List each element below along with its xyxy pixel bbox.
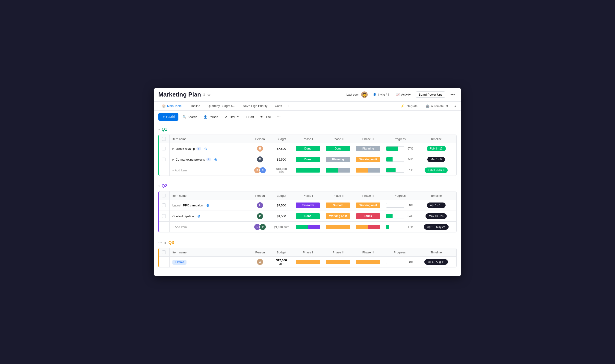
toolbar: ＋ + Add 🔍 Search 👤 Person ⚗ Filter ▼ ↕ S… (154, 111, 461, 123)
q1-r1-phase1-badge[interactable]: Done (296, 146, 320, 151)
q2-sum-phase2-bar (326, 225, 350, 229)
q2-r1-checkbox[interactable] (162, 203, 166, 207)
q3-sum-phase2-bar (326, 260, 350, 264)
group-q2-collapse-button[interactable]: ▾ (158, 184, 160, 188)
add-tab-button[interactable]: + (286, 102, 292, 110)
search-icon: 🔍 (183, 115, 186, 119)
sort-icon: ↕ (245, 115, 247, 119)
q1-add-item-label[interactable]: + Add Item (173, 169, 187, 172)
board-powerups-button[interactable]: Board Power-Ups (416, 91, 445, 98)
q2-add-item-label[interactable]: + Add Item (173, 225, 187, 229)
q1-r2-phase1-badge[interactable]: Done (296, 157, 320, 162)
person-icon: 👤 (373, 93, 376, 96)
q1-sum-phase1-bar (296, 168, 320, 172)
q1-r1-progress-pct: 67% (406, 147, 413, 150)
q3-sum-timeline: Jul 6 - Aug 11 (416, 257, 456, 267)
star-icon[interactable]: ☆ (207, 92, 211, 97)
q1-summary-progress: 51% (386, 168, 413, 172)
tab-gantt[interactable]: Gantt (271, 102, 286, 110)
q1-r1-add-button[interactable]: ⊕ (204, 146, 207, 151)
add-button[interactable]: ＋ + Add (158, 113, 178, 121)
q1-r2-timeline-badge[interactable]: Mar 1 - 9 (427, 157, 445, 162)
tabs-right-actions: ⚡ Integrate 🤖 Automate / 3 ▲ (398, 103, 457, 109)
q1-r1-checkbox[interactable] (162, 147, 166, 150)
q2-r1-add-button[interactable]: ⊕ (206, 203, 209, 208)
automate-button[interactable]: 🤖 Automate / 3 (423, 103, 450, 109)
group-q1-title: Q1 (161, 127, 167, 132)
q1-select-all-checkbox[interactable] (162, 137, 166, 141)
q2-r2-add-button[interactable]: ⊕ (197, 214, 200, 218)
q2-sum-progress: 17% (383, 222, 416, 233)
search-button[interactable]: 🔍 Search (180, 114, 199, 120)
tab-noy-priority[interactable]: Noy's High Priority (239, 102, 271, 110)
table-row: ▶ Co-marketing projects 2 ⊕ M (159, 154, 456, 165)
person-button[interactable]: 👤 Person (201, 114, 220, 120)
q1-r2-checkbox[interactable] (162, 157, 166, 161)
q2-r2-phase2-badge[interactable]: Working on it (326, 213, 350, 219)
integrate-button[interactable]: ⚡ Integrate (398, 103, 420, 109)
q2-r1-name-expand: Launch PPC campaign ⊕ (173, 203, 209, 208)
q1-r1-timeline-badge[interactable]: Feb 3 - 17 (427, 146, 446, 151)
q3-progress-header: Progress (383, 248, 416, 257)
collapse-tabs-button[interactable]: ▲ (454, 104, 457, 108)
hide-button[interactable]: 👁 Hide (258, 114, 273, 120)
q1-r2-phase3-badge[interactable]: Working on it (356, 157, 380, 162)
q1-r2-phase1-cell: Done (293, 154, 323, 165)
info-icon[interactable]: ℹ (203, 92, 205, 97)
group-q2-title: Q2 (161, 184, 167, 188)
q3-select-all-checkbox[interactable] (162, 250, 166, 254)
q2-r1-avatar-1: L (256, 202, 264, 209)
q2-r1-phase3-badge[interactable]: Working on it (356, 203, 380, 208)
plus-icon: ＋ (162, 115, 165, 119)
activity-button[interactable]: 📈 Activity (394, 92, 412, 97)
tab-main-table[interactable]: 🏠 Main Table (158, 102, 185, 110)
tab-timeline[interactable]: Timeline (185, 102, 204, 110)
q1-sum-phase2 (323, 165, 353, 176)
q1-r2-name-expand: ▶ Co-marketing projects 2 ⊕ (173, 157, 217, 162)
q1-r2-expand-arrow[interactable]: ▶ (173, 158, 174, 161)
group-q3-table: Item name Person Budget Phase I Phase II… (158, 248, 457, 267)
q3-item-name-header: Item name (169, 248, 250, 257)
q2-select-all-checkbox[interactable] (162, 194, 166, 197)
q2-r1-timeline-badge[interactable]: Apr 1 - 15 (427, 203, 446, 208)
q2-r2-persons: P (253, 213, 267, 220)
q2-r2-phase1-cell: Done (293, 211, 323, 222)
q3-items-badge[interactable]: 2 Items (173, 260, 187, 265)
sort-button[interactable]: ↕ Sort (243, 114, 256, 120)
q1-r1-expand-arrow[interactable]: ▶ (173, 147, 174, 150)
q1-r2-phase2-badge[interactable]: Planning (326, 157, 350, 162)
q2-r2-avatar-1: P (256, 213, 264, 220)
q2-item-name-header: Item name (169, 192, 250, 200)
group-q1-collapse-button[interactable]: ▾ (158, 128, 160, 131)
more-options-button[interactable]: ••• (449, 91, 457, 98)
q2-sum-progress-pct: 17% (406, 225, 413, 229)
q1-budget-sum-label: sum (273, 171, 290, 173)
q1-r1-phase2-badge[interactable]: Done (326, 146, 350, 151)
q1-sum-phase3-bar (356, 168, 380, 172)
header-actions: Last seen 👩 👤 Invite / 4 📈 Activity Boar… (347, 91, 457, 98)
q2-sum-phase1-bar (296, 225, 320, 229)
q2-sum-avatar-2: P (259, 223, 266, 230)
filter-button[interactable]: ⚗ Filter ▼ (222, 114, 241, 120)
q2-r2-phase3-badge[interactable]: Stuck (356, 213, 380, 219)
tab-quarterly-budget[interactable]: Quarterly Budget S... (204, 102, 239, 110)
q1-r2-add-button[interactable]: ⊕ (214, 157, 217, 162)
q2-r2-phase1-badge[interactable]: Done (296, 213, 320, 219)
q2-r1-phase2-badge[interactable]: On-hold (326, 203, 350, 208)
q2-sum-phase3-bar (356, 225, 380, 229)
q2-r1-phase1-badge[interactable]: Research (296, 203, 320, 208)
q2-phase1-header: Phase I (293, 192, 323, 200)
group-q3-collapse-button[interactable]: ▶ (165, 241, 167, 245)
breadcrumb-dots[interactable]: ••• (158, 241, 162, 245)
group-q3: ••• ▶ Q3 Item name Person Budget Phase I… (158, 239, 457, 267)
q1-phase3-header: Phase III (353, 135, 383, 143)
q2-r2-timeline-badge[interactable]: May 10 - 26 (426, 213, 446, 219)
q1-add-item-row: + Add Item E C $13 (159, 165, 456, 176)
q2-r2-checkbox[interactable] (162, 214, 166, 218)
invite-button[interactable]: 👤 Invite / 4 (371, 92, 391, 97)
q1-r1-phase3-badge[interactable]: Planning (356, 146, 380, 151)
q3-summary-progress: 0% (386, 260, 413, 264)
more-toolbar-button[interactable]: ••• (275, 114, 283, 120)
q2-r1-persons: L (253, 202, 267, 209)
q2-r2-phase2-cell: Working on it (323, 211, 353, 222)
